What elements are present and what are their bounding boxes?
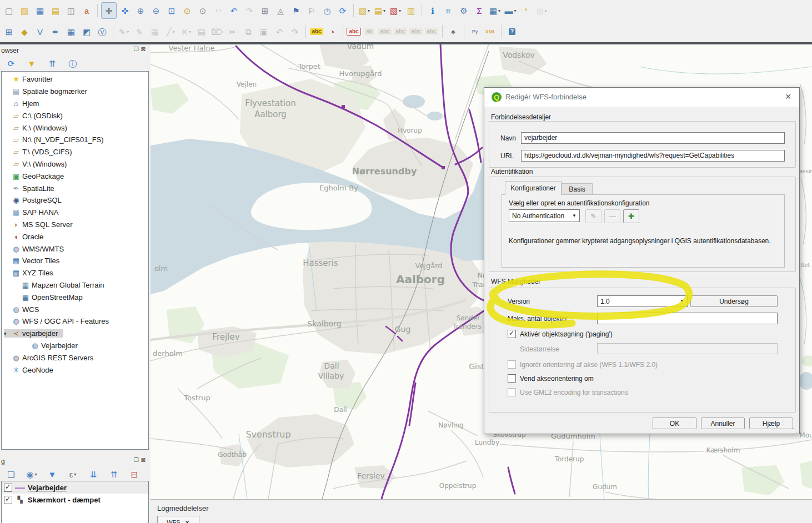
new-mesh-layer-icon[interactable]: ◩ — [79, 24, 94, 39]
open-project-icon[interactable]: ▨ — [17, 3, 32, 18]
show-layout-manager-icon[interactable]: ◫ — [64, 3, 78, 18]
pan-to-selection-icon[interactable]: ✜ — [118, 3, 132, 18]
layer-row-vejarbejder[interactable]: ✓Vejarbejder — [2, 481, 148, 494]
zoom-to-selection-icon[interactable]: ⊙ — [180, 3, 194, 18]
new-project-icon[interactable]: ▢ — [2, 3, 16, 18]
browser-item-spatialite[interactable]: ✒SpatiaLite — [2, 182, 148, 194]
browser-item-oracle[interactable]: ◖Oracle — [2, 230, 148, 243]
close-dialog-icon[interactable]: ✕ — [785, 92, 791, 101]
version-combobox[interactable]: 1.0▼ — [597, 295, 688, 307]
identify-features-icon[interactable]: ℹ — [425, 3, 440, 18]
panel-splitter[interactable] — [0, 450, 150, 455]
python-console-icon[interactable]: Py — [468, 24, 482, 39]
remove-auth-button[interactable]: — — [604, 209, 620, 223]
select-by-location-icon[interactable]: ▥ — [404, 3, 418, 18]
cancel-button[interactable]: Annuller — [701, 418, 745, 429]
browser-item-geonode[interactable]: ✳GeoNode — [2, 364, 148, 376]
help-button[interactable]: Hjælp — [749, 418, 793, 429]
data-source-manager-icon[interactable]: ⊞ — [2, 24, 16, 39]
browser-item-openstreetmap[interactable]: ▦OpenStreetMap — [2, 291, 148, 303]
attribute-table-icon[interactable]: ▦▾ — [488, 3, 502, 18]
field-calculator-icon[interactable]: ⌗ — [441, 3, 455, 18]
tab-basis[interactable]: Basis — [562, 183, 593, 195]
expand-all-icon[interactable]: ⇊ — [86, 466, 101, 482]
close-tab-icon[interactable]: ✕ — [185, 519, 190, 523]
highlight-pinned-labels-icon[interactable]: abc — [347, 24, 361, 39]
browser-item-c-osdisk[interactable]: ▱C:\ (OSDisk) — [2, 109, 148, 122]
xml-importer-icon[interactable]: XML — [483, 24, 498, 39]
layer-visibility-checkbox[interactable]: ✓ — [4, 484, 12, 492]
map-tips-icon[interactable]: ❛ — [519, 3, 533, 18]
new-memory-layer-icon[interactable]: ▦ — [64, 24, 78, 39]
layer-row-sk-rmkort-d-mpet[interactable]: ✓▚Skærmkort - dæmpet — [2, 494, 148, 506]
close-panel-icon[interactable]: ⊠ — [141, 46, 148, 52]
collapse-all-icon[interactable]: ⇈ — [45, 56, 59, 71]
browser-item-sap-hana[interactable]: ▦SAP HANA — [2, 207, 148, 219]
temporal-controller-icon[interactable]: ◷ — [320, 3, 334, 18]
select-by-form-icon[interactable]: ▤▾ — [373, 3, 387, 18]
refresh-browser-icon[interactable]: ⟳ — [4, 56, 18, 71]
browser-item-hjem[interactable]: ⌂Hjem — [2, 98, 148, 110]
collapse-all-layers-icon[interactable]: ⇈ — [107, 466, 121, 482]
browser-item-postgresql[interactable]: ◉PostgreSQL — [2, 194, 148, 207]
processing-toolbox-icon[interactable]: ⚙ — [457, 3, 471, 18]
close-panel-icon[interactable]: ⊠ — [141, 457, 148, 463]
select-features-icon[interactable]: ▧▾ — [357, 3, 372, 18]
invert-axis-checkbox[interactable]: ✓ Vend akseorientering om — [508, 374, 594, 383]
add-auth-button[interactable]: ✚ — [623, 209, 639, 223]
filter-browser-icon[interactable]: ▼ — [24, 56, 39, 71]
filter-by-expression-icon[interactable]: ε▾ — [66, 466, 80, 482]
edit-auth-button[interactable]: ✎ — [585, 209, 602, 223]
detect-version-button[interactable]: Undersøg — [690, 295, 778, 307]
paging-checkbox[interactable]: ✓ Aktivér objektsøgning ('paging') — [508, 330, 613, 338]
new-shapefile-layer-icon[interactable]: V — [33, 24, 47, 39]
float-panel-icon[interactable]: ❐ — [134, 46, 141, 52]
show-spatial-bookmarks-icon[interactable]: ⚐ — [304, 3, 319, 18]
remove-layer-icon[interactable]: ⊟ — [127, 466, 142, 482]
properties-info-icon[interactable]: ⓘ — [66, 56, 80, 71]
float-panel-icon[interactable]: ❐ — [134, 457, 141, 463]
browser-item-geopackage[interactable]: ▣GeoPackage — [2, 170, 148, 182]
page-size-field[interactable] — [597, 343, 778, 354]
new-print-layout-icon[interactable]: ▤ — [48, 3, 63, 18]
browser-item-vejarbejder[interactable]: ▾≺vejarbejder — [2, 328, 148, 340]
measure-icon[interactable]: ▬▾ — [503, 3, 518, 18]
ignore-axis-checkbox[interactable]: ✓ Ignorér orientering af akse (WFS 1.1/W… — [508, 360, 658, 369]
expander-icon[interactable]: ▾ — [4, 331, 11, 336]
browser-item-ms-sql-server[interactable]: ◗MS SQL Server — [2, 219, 148, 231]
gml2-checkbox[interactable]: ✓ Use GML2 encoding for transactions — [508, 388, 628, 396]
open-layer-styling-icon[interactable]: ❏ — [4, 466, 18, 482]
zoom-full-extent-icon[interactable]: ⊡ — [164, 3, 179, 18]
layer-diagram-icon[interactable]: ◔ — [325, 24, 339, 39]
manage-map-themes-icon[interactable]: ◉▾ — [24, 466, 39, 482]
browser-item-n-n-vdf-cifs01-fs[interactable]: ▱N:\ (N_VDF_CIFS01_FS) — [2, 134, 148, 146]
zoom-out-icon[interactable]: ⊖ — [149, 3, 163, 18]
layer-labeling-icon[interactable]: abc — [309, 24, 324, 39]
browser-item-vejarbejder[interactable]: ◍Vejarbejder — [2, 340, 148, 352]
tab-konfigurationer[interactable]: Konfigurationer — [505, 181, 562, 195]
browser-item-spatiale-bogm-rker[interactable]: ▤Spatiale bogmærker — [2, 86, 148, 98]
new-geopackage-layer-icon[interactable]: ◆ — [17, 24, 32, 39]
browser-item-k-windows[interactable]: ▱K:\ (Windows) — [2, 122, 148, 134]
browser-item-favoritter[interactable]: ★Favoritter — [2, 73, 148, 86]
osm-place-search-icon[interactable]: ⌖ — [446, 24, 460, 39]
pan-map-icon[interactable]: ✛ — [101, 2, 117, 19]
resize-grip[interactable]: ⋱ — [793, 427, 798, 433]
max-features-field[interactable] — [597, 313, 778, 324]
layer-visibility-checkbox[interactable]: ✓ — [4, 496, 12, 504]
new-virtual-layer-icon[interactable]: Ⓥ — [95, 24, 109, 39]
browser-item-xyz-tiles[interactable]: ▦XYZ Tiles — [2, 267, 148, 279]
zoom-to-layer-icon[interactable]: ⊙ — [196, 3, 210, 18]
browser-item-arcgis-rest-servers[interactable]: ◍ArcGIS REST Servers — [2, 351, 148, 364]
browser-item-v-windows[interactable]: ▱V:\ (Windows) — [2, 158, 148, 170]
browser-item-vector-tiles[interactable]: ▦Vector Tiles — [2, 255, 148, 267]
name-field[interactable]: vejarbejder — [521, 132, 785, 144]
new-spatial-bookmark-icon[interactable]: ⚑ — [289, 3, 303, 18]
new-spatialite-layer-icon[interactable]: ✒ — [48, 24, 63, 39]
refresh-map-icon[interactable]: ⟳ — [335, 3, 350, 18]
ok-button[interactable]: OK — [653, 418, 696, 429]
browser-item-wfs-ogc-api-features[interactable]: ◍WFS / OGC API - Features — [2, 315, 148, 328]
auth-config-combobox[interactable]: No Authentication▼ — [509, 209, 580, 222]
dialog-titlebar[interactable]: Q Redigér WFS-forbindelse ✕ — [484, 88, 799, 107]
url-field[interactable]: https://geocloud.vd.dk/vejman-myndighed/… — [521, 150, 785, 162]
